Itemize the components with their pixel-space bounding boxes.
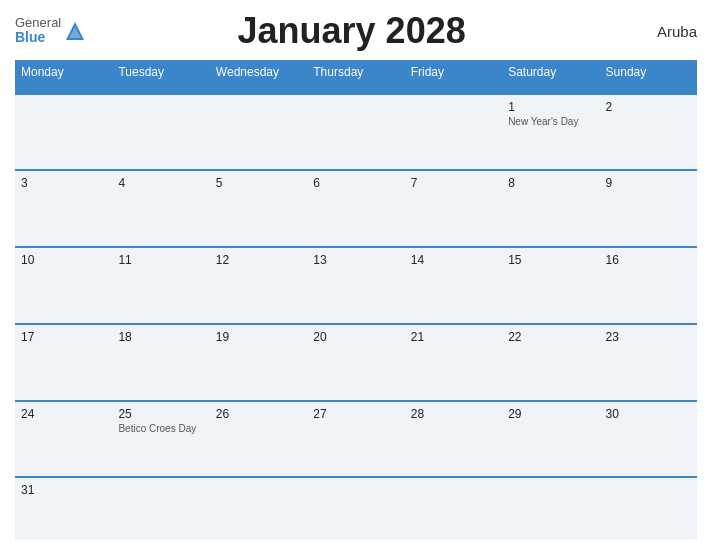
day-num-17: 17 [21, 330, 106, 344]
day-cell-w1-thu [307, 93, 404, 170]
day-cell-26: 26 [210, 400, 307, 477]
day-cell-w6-tue [112, 476, 209, 540]
day-cell-30: 30 [600, 400, 697, 477]
day-cell-15: 15 [502, 246, 599, 323]
day-num-6: 6 [313, 176, 398, 190]
day-cell-w6-wed [210, 476, 307, 540]
day-num-23: 23 [606, 330, 691, 344]
day-num-20: 20 [313, 330, 398, 344]
calendar-title: January 2028 [86, 10, 617, 52]
logo-icon [64, 20, 86, 42]
day-cell-21: 21 [405, 323, 502, 400]
day-num-16: 16 [606, 253, 691, 267]
day-cell-23: 23 [600, 323, 697, 400]
day-cell-25: 25 Betico Croes Day [112, 400, 209, 477]
header-monday: Monday [15, 60, 112, 93]
day-num-22: 22 [508, 330, 593, 344]
day-cell-16: 16 [600, 246, 697, 323]
header-sunday: Sunday [600, 60, 697, 93]
day-cell-w6-thu [307, 476, 404, 540]
day-num-14: 14 [411, 253, 496, 267]
day-cell-3: 3 [15, 169, 112, 246]
header-saturday: Saturday [502, 60, 599, 93]
day-num-10: 10 [21, 253, 106, 267]
calendar-header: General Blue January 2028 Aruba [15, 10, 697, 52]
day-cell-14: 14 [405, 246, 502, 323]
day-num-19: 19 [216, 330, 301, 344]
day-cell-5: 5 [210, 169, 307, 246]
day-cell-11: 11 [112, 246, 209, 323]
day-cell-27: 27 [307, 400, 404, 477]
day-cell-20: 20 [307, 323, 404, 400]
day-cell-1: 1 New Year's Day [502, 93, 599, 170]
day-num-24: 24 [21, 407, 106, 421]
day-num-15: 15 [508, 253, 593, 267]
day-num-29: 29 [508, 407, 593, 421]
day-num-27: 27 [313, 407, 398, 421]
day-cell-w6-fri [405, 476, 502, 540]
calendar-container: General Blue January 2028 Aruba Monday T… [0, 0, 712, 550]
day-cell-19: 19 [210, 323, 307, 400]
day-cell-17: 17 [15, 323, 112, 400]
day-num-30: 30 [606, 407, 691, 421]
day-cell-4: 4 [112, 169, 209, 246]
day-num-18: 18 [118, 330, 203, 344]
day-num-8: 8 [508, 176, 593, 190]
day-cell-7: 7 [405, 169, 502, 246]
day-cell-w1-mon [15, 93, 112, 170]
day-cell-22: 22 [502, 323, 599, 400]
day-cell-6: 6 [307, 169, 404, 246]
logo-blue: Blue [15, 29, 45, 45]
calendar-grid: Monday Tuesday Wednesday Thursday Friday… [15, 60, 697, 540]
day-num-7: 7 [411, 176, 496, 190]
day-num-1: 1 [508, 100, 593, 114]
day-cell-w6-sun [600, 476, 697, 540]
day-num-26: 26 [216, 407, 301, 421]
holiday-betico: Betico Croes Day [118, 423, 203, 434]
day-num-31: 31 [21, 483, 106, 497]
day-cell-w1-fri [405, 93, 502, 170]
day-num-11: 11 [118, 253, 203, 267]
day-num-13: 13 [313, 253, 398, 267]
logo-wordmark: General Blue [15, 16, 61, 46]
day-cell-9: 9 [600, 169, 697, 246]
day-num-12: 12 [216, 253, 301, 267]
header-wednesday: Wednesday [210, 60, 307, 93]
logo-general: General [15, 15, 61, 30]
holiday-new-years: New Year's Day [508, 116, 593, 127]
day-num-9: 9 [606, 176, 691, 190]
day-cell-29: 29 [502, 400, 599, 477]
day-cell-w1-tue [112, 93, 209, 170]
day-cell-13: 13 [307, 246, 404, 323]
day-cell-31: 31 [15, 476, 112, 540]
day-num-3: 3 [21, 176, 106, 190]
header-tuesday: Tuesday [112, 60, 209, 93]
day-num-2: 2 [606, 100, 691, 114]
day-num-5: 5 [216, 176, 301, 190]
day-cell-28: 28 [405, 400, 502, 477]
day-cell-w6-sat [502, 476, 599, 540]
day-cell-24: 24 [15, 400, 112, 477]
day-cell-12: 12 [210, 246, 307, 323]
day-cell-2: 2 [600, 93, 697, 170]
day-num-21: 21 [411, 330, 496, 344]
country-label: Aruba [617, 23, 697, 40]
header-thursday: Thursday [307, 60, 404, 93]
day-cell-18: 18 [112, 323, 209, 400]
day-num-25: 25 [118, 407, 203, 421]
day-num-4: 4 [118, 176, 203, 190]
header-friday: Friday [405, 60, 502, 93]
day-cell-w1-wed [210, 93, 307, 170]
logo: General Blue [15, 16, 86, 46]
day-num-28: 28 [411, 407, 496, 421]
day-cell-10: 10 [15, 246, 112, 323]
day-cell-8: 8 [502, 169, 599, 246]
